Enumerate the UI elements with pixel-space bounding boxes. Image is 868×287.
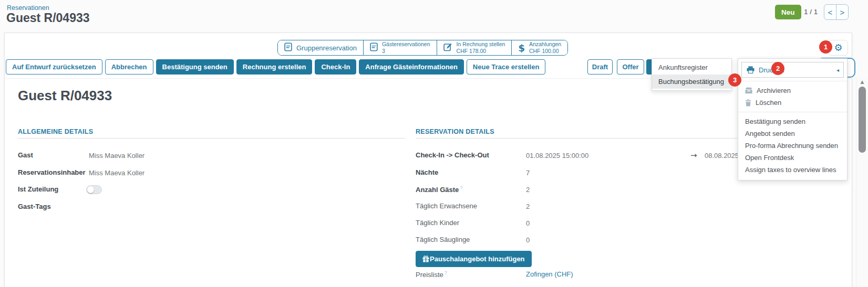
dollar-icon: $ [518, 42, 525, 54]
stat-label: Gästereservationen [382, 41, 430, 48]
menu-item-assign-taxes[interactable]: Assign taxes to overview lines [738, 164, 847, 176]
checkin-date-field[interactable]: 01.08.2025 15:00:00 [526, 152, 588, 160]
gear-icon: ⚙ [834, 43, 842, 52]
daily-infants-field[interactable]: 0 [526, 236, 530, 244]
help-icon: ? [445, 270, 447, 275]
printer-icon [747, 66, 755, 73]
form-title: Guest R/04933 [18, 88, 112, 104]
chevron-left-icon: < [828, 8, 833, 17]
menu-item-send-offer[interactable]: Angebot senden [738, 127, 847, 140]
check-in-button[interactable]: Check-In [315, 59, 356, 75]
pager-nav: < > [824, 4, 849, 20]
print-submenu: Ankunftsregister Buchungsbestätigung [652, 58, 732, 91]
daily-adults-label: Täglich Erwachsene [416, 202, 477, 210]
delete-label: Löschen [756, 99, 781, 107]
checkout-date-field[interactable]: 08.08.2025 [705, 152, 739, 160]
down-payments-button[interactable]: $ Anzahlungen CHF 100.00 [512, 40, 567, 55]
stat-button-box: Gruppenreservation Gästereservationen 3 … [277, 40, 568, 56]
stat-value: 3 [382, 48, 430, 55]
scrollbar-track[interactable]: ▲ [856, 78, 868, 287]
reset-to-draft-button[interactable]: Auf Entwurf zurücksetzen [6, 59, 102, 75]
menu-item-delete[interactable]: Löschen [738, 97, 847, 109]
add-package-label: Pauschalangebot hinzufügen [430, 255, 525, 263]
edit-icon [443, 42, 452, 53]
guest-reservations-button[interactable]: Gästereservationen 3 [364, 40, 437, 55]
stat-label: Anzahlungen [529, 41, 561, 48]
annotation-badge-2: 2 [771, 62, 784, 75]
menu-item-send-proforma[interactable]: Pro-forma Abrechnung senden [738, 140, 847, 152]
caret-left-icon: ◂ [836, 67, 839, 73]
menu-item-send-confirmation[interactable]: Bestätigung senden [738, 115, 847, 127]
guest-field[interactable]: Miss Maeva Koller [89, 152, 144, 160]
pricelist-field[interactable]: Zofingen (CHF) [526, 270, 573, 278]
is-allocation-toggle[interactable] [86, 185, 102, 194]
is-allocation-label: Ist Zuteilung [18, 185, 58, 193]
pricelist-label: Preisliste? [416, 270, 447, 279]
arrow-right-icon: → [690, 151, 697, 160]
breadcrumb[interactable]: Reservationen [7, 4, 49, 12]
to-invoice-button[interactable]: In Rechnung stellen CHF 178.00 [437, 40, 512, 55]
pager-prev-button[interactable]: < [824, 4, 836, 20]
reservation-page: Reservationen Guest R/04933 Neu 1 / 1 < … [0, 0, 868, 287]
new-trace-button[interactable]: Neue Trace erstellen [467, 59, 545, 75]
stat-value: CHF 100.00 [529, 48, 561, 55]
stat-label: In Rechnung stellen [457, 41, 505, 48]
guest-count-label: Anzahl Gäste? [416, 185, 462, 194]
daily-infants-label: Täglich Säuglinge [416, 236, 470, 243]
action-button-row: Auf Entwurf zurücksetzen Abbrechen Bestä… [6, 59, 545, 75]
menu-item-archive[interactable]: Archivieren [738, 84, 847, 97]
annotation-badge-3: 3 [728, 73, 741, 87]
reservation-holder-label: Reservationsinhaber [18, 168, 86, 176]
stat-value: CHF 178.00 [457, 48, 505, 55]
stage-offer[interactable]: Offer [617, 59, 644, 75]
section-divider [18, 138, 405, 139]
cancel-button[interactable]: Abbrechen [105, 59, 153, 75]
daily-adults-field[interactable]: 2 [526, 203, 530, 210]
guest-count-field[interactable]: 2 [526, 186, 530, 194]
guest-label: Gast [18, 151, 33, 159]
new-button[interactable]: Neu [775, 5, 801, 19]
request-guest-info-button[interactable]: Anfrage Gästeinformationen [359, 59, 464, 75]
scrollbar-up-arrow-icon[interactable]: ▲ [856, 79, 868, 84]
document-icon [284, 42, 292, 53]
menu-divider [738, 112, 847, 112]
menu-item-print[interactable]: Drucken ◂ [741, 62, 844, 78]
menu-divider [738, 81, 847, 81]
guest-tags-label: Gast-Tags [18, 203, 51, 210]
page-title: Guest R/04933 [6, 11, 90, 25]
trash-icon [745, 99, 751, 107]
menu-item-open-frontdesk[interactable]: Open Frontdesk [738, 152, 847, 164]
pager-count: 1 / 1 [804, 8, 818, 16]
chevron-right-icon: > [840, 8, 845, 17]
menu-item-arrival-register[interactable]: Ankunftsregister [652, 60, 731, 75]
scrollbar-thumb[interactable] [859, 87, 866, 153]
nights-label: Nächte [416, 168, 438, 176]
nights-field[interactable]: 7 [526, 169, 530, 177]
gear-dropdown-menu: Drucken ◂ Archivieren Löschen Bestätigun… [738, 58, 848, 180]
help-icon: ? [460, 185, 462, 190]
daily-children-field[interactable]: 0 [526, 219, 530, 227]
stage-draft[interactable]: Draft [587, 59, 613, 75]
group-reservation-button[interactable]: Gruppenreservation [278, 40, 364, 55]
send-confirmation-button[interactable]: Bestätigung senden [156, 59, 234, 75]
pager-next-button[interactable]: > [836, 4, 849, 20]
stat-label: Gruppenreservation [296, 44, 357, 52]
checkin-checkout-label: Check-In -> Check-Out [416, 151, 489, 159]
menu-item-booking-confirmation[interactable]: Buchungsbestätigung [652, 75, 731, 89]
reservation-details-section-title: RESERVATION DETAILS [416, 128, 494, 135]
general-details-section-title: ALLGEMEINE DETAILS [18, 128, 93, 135]
reservation-holder-field[interactable]: Miss Maeva Koller [89, 169, 144, 177]
gift-icon [422, 256, 429, 262]
create-invoice-button[interactable]: Rechnung erstellen [236, 59, 313, 75]
annotation-badge-1: 1 [819, 40, 832, 54]
document-icon [370, 42, 378, 53]
archive-label: Archivieren [757, 87, 791, 94]
archive-icon [745, 87, 752, 94]
add-package-button[interactable]: Pauschalangebot hinzufügen [416, 251, 532, 267]
daily-children-label: Täglich Kinder [416, 219, 459, 227]
